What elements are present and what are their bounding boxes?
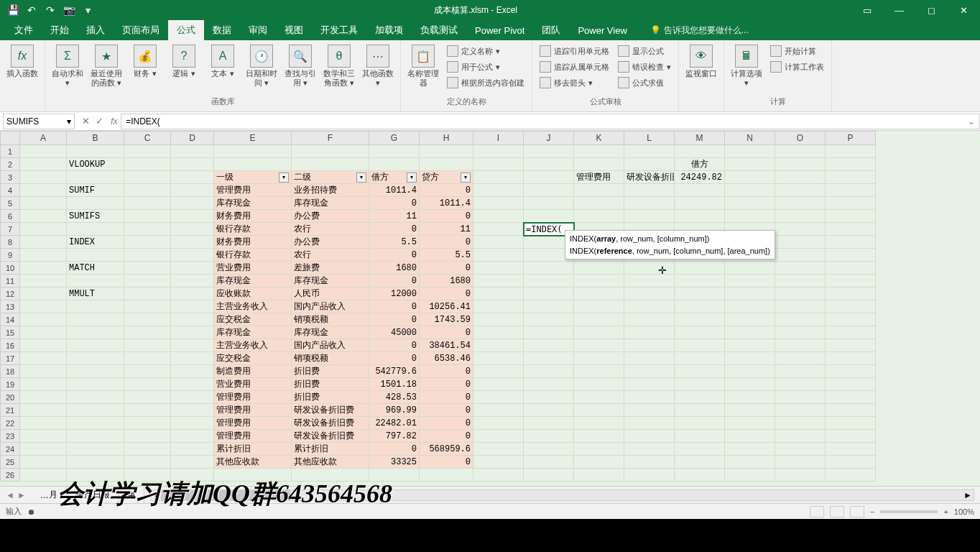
cell-J3[interactable] <box>524 171 574 184</box>
cell-D23[interactable] <box>171 430 214 443</box>
watch-window-button[interactable]: 👁监视窗口 <box>683 43 719 80</box>
cell-N25[interactable] <box>725 456 775 469</box>
create-from-selection-button[interactable]: 根据所选内容创建 <box>444 75 527 91</box>
row-header[interactable]: 22 <box>0 417 20 430</box>
cell-C23[interactable] <box>124 430 171 443</box>
cell-M2[interactable]: 借方 <box>675 158 725 171</box>
cell-K21[interactable] <box>574 404 624 417</box>
cell-G2[interactable] <box>369 158 420 171</box>
cell-I12[interactable] <box>473 288 524 300</box>
row-header[interactable]: 6 <box>0 210 20 223</box>
cell-L20[interactable] <box>624 391 675 404</box>
cell-E6[interactable]: 财务费用 <box>214 210 292 223</box>
cell-E21[interactable]: 管理费用 <box>214 404 292 417</box>
cell-M15[interactable] <box>675 326 725 339</box>
cell-G23[interactable]: 797.82 <box>369 430 420 443</box>
cell-O5[interactable] <box>775 197 826 210</box>
cell-K5[interactable] <box>574 197 624 210</box>
cell-F4[interactable]: 业务招待费 <box>292 184 369 197</box>
cell-F19[interactable]: 折旧费 <box>292 378 369 391</box>
cell-E8[interactable]: 财务费用 <box>214 236 292 249</box>
use-in-formula-button[interactable]: 用于公式 ▾ <box>444 59 527 75</box>
cell-K13[interactable] <box>574 300 624 313</box>
formula-expand-icon[interactable]: ⌄ <box>968 116 975 126</box>
close-button[interactable]: ✕ <box>948 0 980 20</box>
cell-N4[interactable] <box>725 184 775 197</box>
cell-A22[interactable] <box>20 417 67 430</box>
cell-P7[interactable] <box>826 223 876 236</box>
cell-J21[interactable] <box>524 404 574 417</box>
tab-developer[interactable]: 开发工具 <box>312 20 366 40</box>
cell-B12[interactable]: MMULT <box>67 288 124 300</box>
cell-K10[interactable] <box>574 262 624 275</box>
show-formulas-button[interactable]: 显示公式 <box>615 43 674 59</box>
cell-A11[interactable] <box>20 275 67 288</box>
cell-I13[interactable] <box>473 300 524 313</box>
cell-D13[interactable] <box>171 300 214 313</box>
cell-H20[interactable]: 0 <box>420 391 473 404</box>
cell-K17[interactable] <box>574 352 624 365</box>
cell-B14[interactable] <box>67 313 124 326</box>
cell-M16[interactable] <box>675 339 725 352</box>
col-header-E[interactable]: E <box>214 131 292 145</box>
cell-O11[interactable] <box>775 275 826 288</box>
cell-C8[interactable] <box>124 236 171 249</box>
cell-H22[interactable]: 0 <box>420 417 473 430</box>
row-header[interactable]: 2 <box>0 158 20 171</box>
cell-F2[interactable] <box>292 158 369 171</box>
cell-P21[interactable] <box>826 404 876 417</box>
cell-H16[interactable]: 38461.54 <box>420 339 473 352</box>
cell-B3[interactable] <box>67 171 124 184</box>
cell-P10[interactable] <box>826 262 876 275</box>
cell-O20[interactable] <box>775 391 826 404</box>
tab-insert[interactable]: 插入 <box>78 20 114 40</box>
cell-P9[interactable] <box>826 249 876 262</box>
cell-G24[interactable]: 0 <box>369 443 420 456</box>
macro-record-icon[interactable]: ⏺ <box>27 507 35 516</box>
cell-C15[interactable] <box>124 326 171 339</box>
cell-C24[interactable] <box>124 443 171 456</box>
tab-addins[interactable]: 加载项 <box>366 20 412 40</box>
cell-A18[interactable] <box>20 365 67 378</box>
page-break-view-icon[interactable] <box>850 506 864 518</box>
cell-E23[interactable]: 管理费用 <box>214 430 292 443</box>
cell-G20[interactable]: 428.53 <box>369 391 420 404</box>
col-header-L[interactable]: L <box>624 131 675 145</box>
cell-A15[interactable] <box>20 326 67 339</box>
cell-D12[interactable] <box>171 288 214 300</box>
cell-D1[interactable] <box>171 145 214 158</box>
cell-K12[interactable] <box>574 288 624 300</box>
cell-A14[interactable] <box>20 313 67 326</box>
cell-A16[interactable] <box>20 339 67 352</box>
cell-F5[interactable]: 库存现金 <box>292 197 369 210</box>
cell-F13[interactable]: 国内产品收入 <box>292 300 369 313</box>
cell-A5[interactable] <box>20 197 67 210</box>
cell-H5[interactable]: 1011.4 <box>420 197 473 210</box>
cell-K4[interactable] <box>574 184 624 197</box>
select-all-corner[interactable] <box>0 131 20 145</box>
cell-L10[interactable] <box>624 262 675 275</box>
cell-C14[interactable] <box>124 313 171 326</box>
cell-I14[interactable] <box>473 313 524 326</box>
cell-K22[interactable] <box>574 417 624 430</box>
cell-P3[interactable] <box>826 171 876 184</box>
row-header[interactable]: 21 <box>0 404 20 417</box>
cell-N14[interactable] <box>725 313 775 326</box>
cell-B1[interactable] <box>67 145 124 158</box>
cell-M26[interactable] <box>675 469 725 482</box>
cell-K6[interactable] <box>574 210 624 223</box>
cell-F20[interactable]: 折旧费 <box>292 391 369 404</box>
row-header[interactable]: 9 <box>0 249 20 262</box>
cell-L19[interactable] <box>624 378 675 391</box>
cell-J22[interactable] <box>524 417 574 430</box>
row-header[interactable]: 11 <box>0 275 20 288</box>
filter-button[interactable]: ▾ <box>461 172 471 183</box>
cell-G4[interactable]: 1011.4 <box>369 184 420 197</box>
cell-A25[interactable] <box>20 456 67 469</box>
spreadsheet-grid[interactable]: ABCDEFGHIJKLMNOP 12VLOOKUP借方3一级▾二级▾借方▾贷方… <box>0 131 980 486</box>
confirm-formula-icon[interactable]: ✓ <box>96 116 103 126</box>
cell-K16[interactable] <box>574 339 624 352</box>
cell-F15[interactable]: 库存现金 <box>292 326 369 339</box>
cell-G7[interactable]: 0 <box>369 223 420 236</box>
define-name-button[interactable]: 定义名称 ▾ <box>444 43 527 59</box>
